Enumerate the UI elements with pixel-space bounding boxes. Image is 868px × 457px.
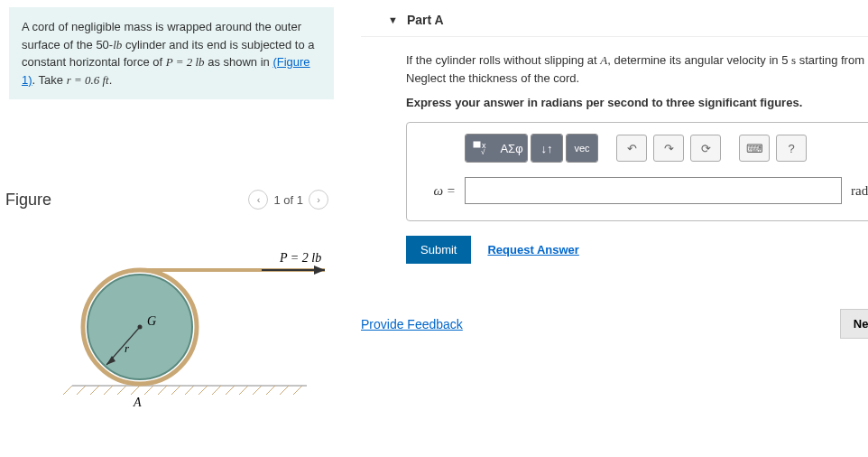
question-text: If the cylinder rolls without slipping a… xyxy=(361,51,868,87)
unit-lb: lb xyxy=(113,38,122,51)
svg-line-14 xyxy=(239,386,248,395)
svg-line-6 xyxy=(131,386,140,395)
svg-line-2 xyxy=(77,386,86,395)
figure-pager-text: 1 of 1 xyxy=(273,193,303,207)
vec-button[interactable]: vec xyxy=(567,135,597,162)
answer-input[interactable] xyxy=(465,177,842,204)
svg-line-7 xyxy=(144,386,153,395)
templates-button[interactable]: x√ xyxy=(466,135,496,162)
problem-statement: A cord of negligible mass is wrapped aro… xyxy=(9,7,334,99)
provide-feedback-link[interactable]: Provide Feedback xyxy=(361,317,463,331)
svg-line-4 xyxy=(104,386,113,395)
svg-marker-25 xyxy=(314,266,325,275)
collapse-icon: ▼ xyxy=(388,14,398,25)
svg-line-11 xyxy=(199,386,208,395)
figure-image: G r P = 2 lb A xyxy=(0,228,334,411)
fig-label-G: G xyxy=(147,314,156,328)
svg-line-10 xyxy=(185,386,194,395)
problem-text-4: . Take xyxy=(32,73,67,87)
part-a-title: Part A xyxy=(407,13,444,27)
answer-unit: rad/s xyxy=(851,183,868,199)
request-answer-link[interactable]: Request Answer xyxy=(487,243,578,256)
submit-button[interactable]: Submit xyxy=(406,236,471,264)
fig-label-A: A xyxy=(133,396,142,408)
instruction-text: Express your answer in radians per secon… xyxy=(361,96,868,109)
svg-line-3 xyxy=(90,386,99,395)
next-button[interactable]: Next ❯ xyxy=(840,309,868,339)
svg-line-18 xyxy=(293,386,302,395)
subscript-button[interactable]: ↓↑ xyxy=(531,135,562,162)
next-label: Next xyxy=(854,317,868,331)
fig-label-P: P = 2 lb xyxy=(279,251,321,265)
answer-box: x√ ΑΣφ ↓↑ vec ↶ ↷ ⟳ ⌨ ? ω = xyxy=(406,122,868,221)
svg-line-12 xyxy=(212,386,221,395)
part-a-header[interactable]: ▼ Part A xyxy=(361,0,868,37)
svg-line-1 xyxy=(63,386,72,395)
svg-line-17 xyxy=(280,386,289,395)
problem-text-3: as shown in xyxy=(205,55,273,69)
keyboard-button[interactable]: ⌨ xyxy=(739,135,770,162)
equation-toolbar: x√ ΑΣφ ↓↑ vec ↶ ↷ ⟳ ⌨ ? xyxy=(465,134,868,163)
svg-text:√: √ xyxy=(481,148,485,155)
figure-next-button[interactable]: › xyxy=(309,190,328,210)
figure-title: Figure xyxy=(5,191,51,210)
symbols-button[interactable]: ΑΣφ xyxy=(496,135,527,162)
svg-line-8 xyxy=(158,386,167,395)
figure-prev-button[interactable]: ‹ xyxy=(248,190,268,210)
svg-line-5 xyxy=(117,386,126,395)
force-eq: P = 2 lb xyxy=(166,55,205,69)
answer-label: ω = xyxy=(421,183,456,199)
svg-rect-26 xyxy=(474,142,480,147)
help-button[interactable]: ? xyxy=(776,135,807,162)
radius-eq: r = 0.6 ft xyxy=(67,73,109,87)
svg-line-15 xyxy=(253,386,262,395)
svg-line-16 xyxy=(266,386,275,395)
problem-text-5: . xyxy=(109,73,113,87)
svg-line-9 xyxy=(171,386,180,395)
figure-pager: ‹ 1 of 1 › xyxy=(248,190,328,210)
svg-line-13 xyxy=(226,386,235,395)
reset-button[interactable]: ⟳ xyxy=(690,135,721,162)
redo-button[interactable]: ↷ xyxy=(653,135,684,162)
undo-button[interactable]: ↶ xyxy=(616,135,647,162)
